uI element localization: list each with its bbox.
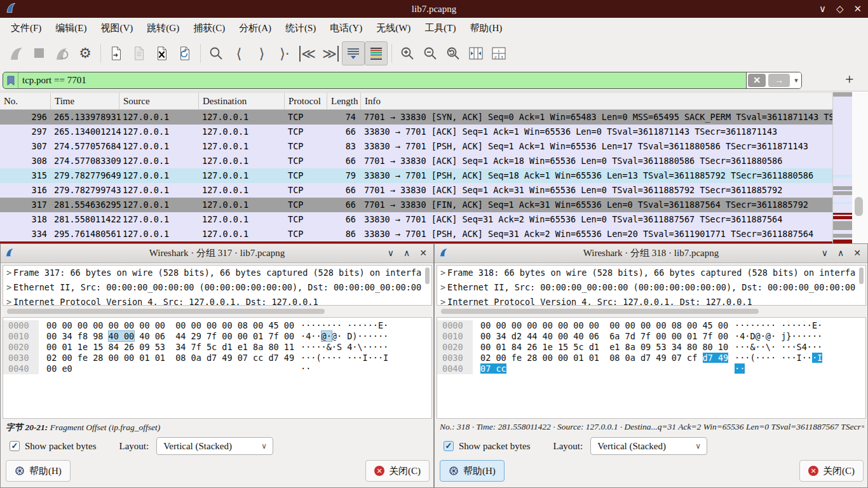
hex-bytes[interactable]: 00 34 d2 44 40 00 40 06 6a 7d 7f 00 00 0… <box>473 331 735 342</box>
first-packet-icon[interactable]: ≪ <box>296 41 319 65</box>
capture-options-icon[interactable]: ⚙ <box>74 41 97 65</box>
hex-bytes[interactable]: 00 01 1e 15 84 26 09 53 34 7f 5c d1 e1 8… <box>39 342 301 353</box>
expander-icon[interactable]: > <box>437 295 447 306</box>
expander-icon[interactable]: > <box>3 280 13 295</box>
zoom-in-icon[interactable] <box>396 41 419 65</box>
maximize-icon[interactable]: ∧ <box>403 248 410 259</box>
packet-row-334[interactable]: 334295.761480561127.0.0.1127.0.0.1TCP863… <box>0 227 832 241</box>
ascii-bytes[interactable]: ···(···· ···I···I <box>735 353 822 363</box>
packet-row-317[interactable]: 317281.554636295127.0.0.1127.0.0.1TCP667… <box>0 198 832 212</box>
colorize-icon[interactable] <box>365 41 388 65</box>
scrollbar-thumb[interactable] <box>855 197 863 216</box>
hex-row[interactable]: 004000 e0·· <box>3 363 431 374</box>
go-to-packet-icon[interactable]: ⟩· <box>273 41 296 65</box>
close-icon[interactable]: ✕ <box>419 248 427 259</box>
open-file-icon[interactable] <box>105 41 128 65</box>
tree-hscrollbar[interactable] <box>3 308 432 315</box>
go-forward-icon[interactable]: ⟩ <box>250 41 273 65</box>
tree-row[interactable]: >Frame 318: 66 bytes on wire (528 bits),… <box>437 266 865 280</box>
expander-icon[interactable]: > <box>437 280 447 295</box>
ascii-bytes[interactable]: ·4·D@·@· j}······ <box>735 331 822 342</box>
menu-item[interactable]: 电话(Y) <box>323 20 369 37</box>
hex-bytes[interactable]: 07 cc <box>473 363 735 374</box>
ascii-bytes[interactable]: ·4··@·@· D)······ <box>301 331 388 342</box>
packet-row-316[interactable]: 316279.782799743127.0.0.1127.0.0.1TCP667… <box>0 183 832 198</box>
go-back-icon[interactable]: ⟨ <box>227 41 250 65</box>
ascii-bytes[interactable]: ········ ······E· <box>301 320 388 331</box>
hex-row[interactable]: 000000 00 00 00 00 00 00 00 00 00 00 00 … <box>437 320 865 331</box>
help-button[interactable]: 帮助(H) <box>6 460 71 482</box>
col-no[interactable]: No. <box>0 93 51 109</box>
ascii-bytes[interactable]: ···&··\· ···S4··· <box>735 342 822 353</box>
hex-bytes[interactable]: 00 34 f8 98 40 00 40 06 44 29 7f 00 00 0… <box>39 331 301 342</box>
menu-item[interactable]: 帮助(H) <box>463 20 509 37</box>
menu-item[interactable]: 编辑(E) <box>48 20 93 37</box>
hex-bytes[interactable]: 00 00 00 00 00 00 00 00 00 00 00 00 08 0… <box>473 320 735 331</box>
packet-list-header[interactable]: No. Time Source Destination Protocol Len… <box>0 92 832 110</box>
filter-bookmark-icon[interactable] <box>3 72 18 89</box>
hex-row[interactable]: 001000 34 d2 44 40 00 40 06 6a 7d 7f 00 … <box>437 331 865 342</box>
reload-file-icon[interactable] <box>173 41 196 65</box>
menu-item[interactable]: 文件(F) <box>4 20 48 37</box>
packet-row-297[interactable]: 297265.134001214127.0.0.1127.0.0.1TCP663… <box>0 125 832 139</box>
minimize-icon[interactable]: ∨ <box>822 248 828 259</box>
tree-row[interactable]: >Internet Protocol Version 4, Src: 127.0… <box>3 295 431 306</box>
menu-item[interactable]: 视图(V) <box>94 20 140 37</box>
close-file-icon[interactable] <box>151 41 173 65</box>
auto-scroll-icon[interactable] <box>342 41 365 65</box>
menu-item[interactable]: 分析(A) <box>232 20 278 37</box>
layout-select[interactable]: Vertical (Stacked)∨ <box>156 437 273 455</box>
tree-row[interactable]: >Internet Protocol Version 4, Src: 127.0… <box>437 295 865 306</box>
tree-row[interactable]: >Ethernet II, Src: 00:00:00_00:00:00 (00… <box>437 280 865 295</box>
hex-dump-pane[interactable]: 000000 00 00 00 00 00 00 00 00 00 00 00 … <box>437 317 866 419</box>
tree-hscrollbar[interactable] <box>437 308 866 315</box>
tree-scrollbar-thumb[interactable] <box>425 268 430 284</box>
close-button[interactable]: ✕ 关闭(C) <box>799 460 864 482</box>
hex-bytes[interactable]: 02 00 fe 28 00 00 01 01 08 0a d7 49 07 c… <box>473 353 735 363</box>
filter-apply-icon[interactable]: → <box>768 74 790 87</box>
packet-row-307[interactable]: 307274.577057684127.0.0.1127.0.0.1TCP833… <box>0 139 832 154</box>
col-source[interactable]: Source <box>119 93 199 109</box>
hex-bytes[interactable]: 02 00 fe 28 00 00 01 01 08 0a d7 49 07 c… <box>39 353 301 363</box>
tree-row[interactable]: >Frame 317: 66 bytes on wire (528 bits),… <box>3 266 431 280</box>
hex-row[interactable]: 003002 00 fe 28 00 00 01 01 08 0a d7 49 … <box>3 353 431 363</box>
find-packet-icon[interactable] <box>205 41 227 65</box>
column-layout-icon[interactable]: 123 <box>487 41 510 65</box>
hex-row[interactable]: 002000 01 1e 15 84 26 09 53 34 7f 5c d1 … <box>3 342 431 353</box>
show-packet-bytes-checkbox[interactable]: ✓ <box>10 441 20 451</box>
last-packet-icon[interactable]: ≫ <box>319 41 342 65</box>
ascii-bytes[interactable]: ·· <box>301 363 311 374</box>
filter-dropdown-icon[interactable]: ▾ <box>791 76 801 85</box>
packet-row-308[interactable]: 308274.577083309127.0.0.1127.0.0.1TCP667… <box>0 154 832 168</box>
col-info[interactable]: Info <box>361 93 832 109</box>
col-length[interactable]: Length <box>327 93 361 109</box>
display-filter-input[interactable]: tcp.port == 7701 ✕ → ▾ <box>3 72 802 89</box>
hex-bytes[interactable]: 00 e0 <box>39 363 301 374</box>
menu-item[interactable]: 无线(W) <box>369 20 417 37</box>
hscrollbar-thumb[interactable] <box>7 309 325 314</box>
close-icon[interactable]: ✕ <box>853 3 862 15</box>
hex-row[interactable]: 003002 00 fe 28 00 00 01 01 08 0a d7 49 … <box>437 353 865 363</box>
menu-item[interactable]: 统计(S) <box>278 20 323 37</box>
tree-row[interactable]: >Ethernet II, Src: 00:00:00_00:00:00 (00… <box>3 280 431 295</box>
filter-expression-text[interactable]: tcp.port == 7701 <box>18 75 746 86</box>
expander-icon[interactable]: > <box>3 266 13 280</box>
expander-icon[interactable]: > <box>437 266 447 280</box>
ascii-bytes[interactable]: ········ ······E· <box>735 320 822 331</box>
menu-item[interactable]: 捕获(C) <box>186 20 232 37</box>
hex-row[interactable]: 002000 01 84 26 1e 15 5c d1 e1 8a 09 53 … <box>437 342 865 353</box>
maximize-icon[interactable]: ∧ <box>837 248 844 259</box>
col-destination[interactable]: Destination <box>199 93 285 109</box>
help-button[interactable]: 帮助(H) <box>440 460 505 482</box>
col-time[interactable]: Time <box>51 93 119 109</box>
hex-dump-pane[interactable]: 000000 00 00 00 00 00 00 00 00 00 00 00 … <box>3 317 432 419</box>
close-button[interactable]: ✕ 关闭(C) <box>365 460 430 482</box>
filter-add-button[interactable]: + <box>845 71 854 88</box>
hex-row[interactable]: 000000 00 00 00 00 00 00 00 00 00 00 00 … <box>3 320 431 331</box>
layout-select[interactable]: Vertical (Stacked)∨ <box>590 437 707 455</box>
protocol-tree[interactable]: >Frame 317: 66 bytes on wire (528 bits),… <box>3 265 432 306</box>
hex-bytes[interactable]: 00 01 84 26 1e 15 5c d1 e1 8a 09 53 34 8… <box>473 342 735 353</box>
menu-item[interactable]: 跳转(G) <box>140 20 186 37</box>
tree-scrollbar-thumb[interactable] <box>859 268 864 284</box>
maximize-icon[interactable]: ◇ <box>836 3 844 15</box>
